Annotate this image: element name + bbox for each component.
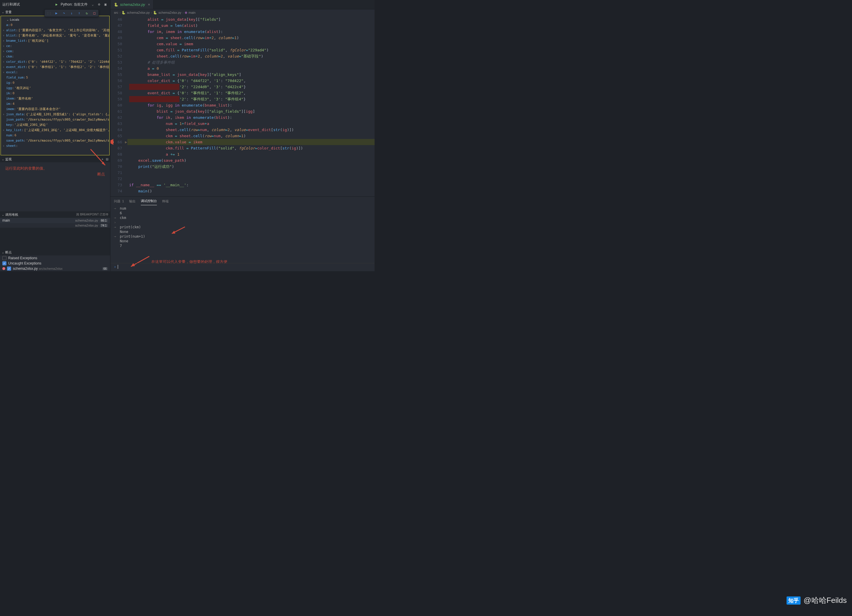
console-line: →print(num+1) — [114, 234, 371, 239]
python-icon: 🐍 — [153, 11, 157, 15]
variable-row[interactable]: a: 0 — [1, 23, 109, 28]
tab-debug-console[interactable]: 调试控制台 — [141, 197, 157, 205]
start-debug-icon[interactable]: ▶ — [54, 2, 59, 7]
main-panel: 🐍 schema2xlsx.py × src › 🐍 schema2xlsx.p… — [110, 0, 375, 271]
variable-row[interactable]: excel: — [1, 70, 109, 75]
close-icon[interactable]: × — [148, 3, 150, 7]
line-gutter: 4647484950515253545556575859606162636465… — [110, 16, 127, 196]
debug-console-body[interactable]: →num6→ckm›→print(ckm)None→print(num+1)No… — [110, 206, 375, 271]
variable-row[interactable]: save_path: '/Users/macos/ffyy/c005_crawl… — [1, 138, 109, 143]
callstack-section-header[interactable]: ⌄ 调用堆栈 因 BREAKPOINT 已暂停 — [0, 211, 110, 218]
console-line: 7 — [114, 244, 371, 248]
bp-raised-exceptions[interactable]: Raised Exceptions — [0, 256, 110, 261]
console-line: →num — [114, 206, 371, 211]
python-icon: 🐍 — [114, 3, 118, 7]
console-line: 6 — [114, 211, 371, 215]
editor-tabs: 🐍 schema2xlsx.py × — [110, 0, 375, 9]
callstack-frame[interactable]: schema2xlsx.py74:1 — [0, 223, 110, 228]
checkbox-unchecked[interactable] — [2, 256, 6, 260]
breakpoints-section-header[interactable]: ⌄ 断点 — [0, 249, 110, 256]
variable-row[interactable]: alist: ['重要内容提示', '备查文件', '对上市公司的影响', '其… — [1, 28, 109, 33]
variable-row[interactable]: num: 6 — [1, 133, 109, 138]
continue-icon[interactable]: ▶ — [54, 11, 59, 15]
restart-icon[interactable]: ↻ — [85, 11, 89, 15]
chevron-down-icon: ⌄ — [2, 213, 4, 216]
debug-topbar: 运行和调试 ▶ Python: 当前文件 ⌄ ⚙ ▣ — [0, 0, 110, 9]
variable-row[interactable]: im: 4 — [1, 101, 109, 107]
variable-row[interactable]: color_dict: {'0': 'd44f22', '1': '70d422… — [1, 59, 109, 65]
variables-list: a: 0alist: ['重要内容提示', '备查文件', '对上市公司的影响'… — [1, 16, 110, 155]
variable-row[interactable]: key: '上证4期_2301_诉讼' — [1, 122, 109, 128]
gear-icon[interactable]: ⚙ — [97, 2, 101, 7]
terminal-panel: 问题 1 输出 调试控制台 终端 →num6→ckm›→print(ckm)No… — [110, 196, 375, 271]
add-watch-icon[interactable]: + — [102, 157, 103, 161]
variable-row[interactable]: ikem: '案件名称' — [1, 96, 109, 101]
console-line: › — [114, 220, 371, 225]
variable-row[interactable]: key_list: ['上证4期_2301_诉讼', '上证4期_804_业绩大… — [1, 128, 109, 133]
step-into-icon[interactable]: ↓ — [69, 11, 74, 15]
locals-header[interactable]: ⌄ Locals — [1, 17, 21, 23]
stop-icon[interactable]: □ — [92, 11, 97, 15]
chevron-down-icon[interactable]: ⌄ — [92, 2, 94, 6]
step-out-icon[interactable]: ↑ — [77, 11, 82, 15]
debug-toolbar: ⋮⋮ ▶ ↷ ↓ ↑ ↻ □ — [44, 9, 99, 17]
variable-row[interactable]: ik: 0 — [1, 91, 109, 96]
checkbox-checked[interactable]: ✓ — [7, 267, 11, 271]
chevron-down-icon: ⌄ — [6, 18, 9, 21]
terminal-tabs: 问题 1 输出 调试控制台 终端 — [110, 197, 375, 206]
callstack-frame[interactable]: mainschema2xlsx.py66:1 — [0, 218, 110, 223]
paused-reason: 因 BREAKPOINT 已暂停 — [76, 212, 109, 217]
variable-row[interactable]: json_path: '/Users/macos/ffyy/c005_crawl… — [1, 117, 109, 122]
watch-body: 运行至此时的变量的值。 断点 — [0, 162, 110, 211]
tab-terminal[interactable]: 终端 — [162, 197, 169, 205]
console-line: →ckm — [114, 215, 371, 220]
debug-console-input[interactable]: › — [110, 263, 375, 270]
tab-output[interactable]: 输出 — [129, 197, 136, 205]
variable-row[interactable]: cem: — [1, 49, 109, 54]
console-line: None — [114, 239, 371, 244]
variable-row[interactable]: sheet: — [1, 143, 109, 149]
breakpoints-list: Raised Exceptions ✓ Uncaught Exceptions … — [0, 256, 110, 271]
variable-row[interactable]: ig: 0 — [1, 80, 109, 86]
chevron-down-icon: ⌄ — [2, 11, 4, 14]
variable-row[interactable]: igg: '相关诉讼' — [1, 86, 109, 91]
callstack-list: mainschema2xlsx.py66:1schema2xlsx.py74:1 — [0, 218, 110, 228]
debug-sidebar: 运行和调试 ▶ Python: 当前文件 ⌄ ⚙ ▣ ⋮⋮ ▶ ↷ ↓ ↑ ↻ … — [0, 0, 110, 271]
annotation-bp: 断点 — [97, 172, 105, 177]
annotation-vars: 运行至此时的变量的值。 — [5, 166, 47, 171]
breadcrumb[interactable]: src › 🐍 schema2xlsx.py › 🐍 schema2xlsx.p… — [110, 9, 375, 16]
step-over-icon[interactable]: ↷ — [62, 11, 66, 15]
bp-item[interactable]: ✓ schema2xlsx.py src/schema2xlsx 66 — [0, 266, 110, 271]
tab-problems[interactable]: 问题 1 — [114, 197, 124, 205]
variable-row[interactable]: imem: '重要内容提示-涉案本金合计' — [1, 107, 109, 112]
console-line: None — [114, 229, 371, 234]
variable-row[interactable]: event_dict: {'0': '事件组1', '1': '事件组2', '… — [1, 65, 109, 70]
debug-config-select[interactable]: Python: 当前文件 — [59, 2, 89, 8]
variable-row[interactable]: json_data: {'上证4期_1201_持股5减1': {'align_f… — [1, 112, 109, 117]
chevron-down-icon: ⌄ — [2, 158, 4, 161]
python-icon: 🐍 — [122, 11, 125, 15]
variable-row[interactable]: blist: ['案件名称', '诉讼基本情况', '案号', '是否本案', … — [1, 33, 109, 38]
variable-row[interactable]: ckm: — [1, 54, 109, 59]
chevron-down-icon: ⌄ — [2, 251, 4, 254]
variable-row[interactable]: field_sum: 5 — [1, 75, 109, 80]
watch-section-header[interactable]: ⌄ 监视 + ⊟ — [0, 156, 110, 162]
variable-row[interactable]: ce: — [1, 44, 109, 49]
variable-row[interactable]: bname_list: ['相关诉讼'] — [1, 38, 109, 44]
console-line: →print(ckm) — [114, 225, 371, 229]
breakpoint-dot-icon — [2, 267, 5, 270]
debug-console-icon[interactable]: ▣ — [103, 2, 108, 7]
collapse-all-icon[interactable]: ⊟ — [106, 157, 109, 161]
bp-uncaught-exceptions[interactable]: ✓ Uncaught Exceptions — [0, 261, 110, 266]
prompt-icon: › — [114, 265, 116, 269]
code-content[interactable]: alist = json_data[key]["fields"] field_s… — [127, 16, 375, 196]
panel-title: 运行和调试 — [2, 2, 20, 7]
function-icon: ⊕ — [185, 11, 187, 15]
checkbox-checked[interactable]: ✓ — [2, 261, 6, 265]
tab-schema2xlsx[interactable]: 🐍 schema2xlsx.py × — [110, 0, 154, 9]
code-editor[interactable]: 4647484950515253545556575859606162636465… — [110, 16, 375, 196]
caret — [118, 265, 118, 269]
grip-icon[interactable]: ⋮⋮ — [47, 12, 51, 15]
svg-marker-0 — [102, 162, 105, 165]
